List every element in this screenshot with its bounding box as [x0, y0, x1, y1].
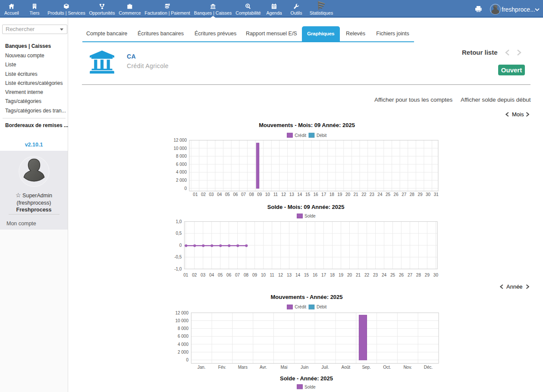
svg-text:-0,5: -0,5 [174, 255, 182, 259]
svg-text:18: 18 [330, 192, 335, 197]
svg-text:19: 19 [337, 192, 342, 197]
svg-text:17: 17 [321, 192, 326, 197]
svg-text:4 000: 4 000 [176, 170, 187, 174]
svg-text:2 000: 2 000 [178, 350, 188, 355]
svg-text:10: 10 [261, 273, 266, 277]
svg-text:02: 02 [192, 273, 197, 277]
svg-text:12: 12 [281, 192, 286, 197]
svg-text:Solde - Mois: 09 Année: 2025: Solde - Mois: 09 Année: 2025 [267, 204, 345, 210]
svg-text:27: 27 [402, 192, 407, 197]
svg-text:6 000: 6 000 [178, 334, 188, 339]
svg-text:15: 15 [304, 273, 309, 277]
svg-text:Oct.: Oct. [383, 365, 391, 370]
svg-text:11: 11 [273, 192, 278, 197]
svg-text:06: 06 [233, 192, 238, 197]
svg-text:04: 04 [209, 273, 214, 277]
svg-text:16: 16 [313, 273, 318, 277]
svg-text:8 000: 8 000 [178, 326, 188, 331]
svg-text:Solde: Solde [304, 385, 316, 389]
svg-text:Jan.: Jan. [198, 365, 206, 370]
svg-text:Crédit: Crédit [295, 305, 306, 309]
svg-text:08: 08 [249, 192, 254, 197]
svg-text:21: 21 [354, 192, 359, 197]
svg-text:17: 17 [321, 273, 326, 277]
svg-text:Solde: Solde [304, 214, 316, 218]
svg-text:10: 10 [265, 192, 270, 197]
svg-text:Avr.: Avr. [260, 365, 267, 370]
svg-text:18: 18 [330, 273, 335, 277]
svg-text:20: 20 [345, 192, 351, 197]
svg-text:2 000: 2 000 [176, 178, 187, 183]
svg-text:04: 04 [217, 192, 222, 197]
svg-text:12 000: 12 000 [175, 311, 188, 315]
svg-text:Nov.: Nov. [403, 365, 412, 370]
svg-text:03: 03 [209, 192, 214, 197]
svg-text:0,5: 0,5 [176, 231, 182, 236]
svg-text:13: 13 [287, 273, 292, 277]
svg-text:Juil.: Juil. [321, 365, 329, 370]
svg-text:Solde - Année: 2025: Solde - Année: 2025 [280, 375, 333, 382]
svg-text:Débit: Débit [317, 133, 327, 138]
svg-text:27: 27 [408, 273, 413, 277]
svg-text:21: 21 [356, 273, 361, 277]
svg-text:25: 25 [390, 273, 395, 277]
svg-text:25: 25 [386, 192, 391, 197]
svg-text:4 000: 4 000 [178, 342, 188, 347]
svg-text:13: 13 [289, 192, 295, 197]
svg-text:01: 01 [193, 192, 198, 197]
svg-text:0: 0 [184, 186, 187, 191]
svg-text:02: 02 [201, 192, 206, 197]
svg-text:10 000: 10 000 [175, 318, 188, 323]
svg-text:12: 12 [278, 273, 283, 277]
svg-text:07: 07 [235, 273, 240, 277]
svg-text:10 000: 10 000 [173, 146, 187, 151]
svg-text:Mai: Mai [280, 365, 287, 370]
svg-text:1,0: 1,0 [176, 219, 182, 224]
svg-text:23: 23 [370, 192, 375, 197]
svg-text:14: 14 [295, 273, 301, 277]
svg-text:29: 29 [417, 192, 423, 197]
svg-text:06: 06 [226, 273, 232, 277]
svg-text:08: 08 [244, 273, 249, 277]
svg-text:28: 28 [416, 273, 421, 277]
svg-text:05: 05 [218, 273, 223, 277]
svg-text:22: 22 [361, 192, 367, 197]
svg-text:24: 24 [377, 192, 383, 197]
svg-text:01: 01 [183, 273, 188, 277]
svg-text:05: 05 [225, 192, 230, 197]
svg-text:23: 23 [373, 273, 378, 277]
svg-text:30: 30 [433, 273, 439, 277]
svg-text:09: 09 [252, 273, 257, 277]
svg-text:Déc.: Déc. [424, 365, 433, 370]
svg-text:Mars: Mars [238, 365, 248, 370]
svg-text:Mouvements - Année: 2025: Mouvements - Année: 2025 [270, 294, 342, 300]
svg-text:07: 07 [241, 192, 246, 197]
svg-text:Débit: Débit [317, 305, 327, 309]
svg-text:16: 16 [313, 192, 318, 197]
svg-text:24: 24 [382, 273, 387, 277]
svg-text:6 000: 6 000 [176, 162, 187, 167]
svg-text:20: 20 [347, 273, 352, 277]
svg-text:31: 31 [434, 192, 439, 197]
svg-text:15: 15 [305, 192, 311, 197]
svg-text:Fév.: Fév. [218, 365, 226, 370]
svg-text:Juin: Juin [301, 365, 308, 370]
svg-text:Mouvements - Mois: 09 Année: 2: Mouvements - Mois: 09 Année: 2025 [259, 122, 355, 128]
svg-text:30: 30 [426, 192, 431, 197]
svg-text:11: 11 [270, 273, 274, 277]
svg-text:09: 09 [257, 192, 262, 197]
svg-text:Août: Août [342, 365, 351, 370]
svg-text:0: 0 [186, 358, 188, 362]
svg-text:12 000: 12 000 [173, 138, 187, 143]
svg-text:14: 14 [297, 192, 302, 197]
svg-text:03: 03 [201, 273, 206, 277]
svg-text:26: 26 [394, 192, 399, 197]
svg-text:28: 28 [410, 192, 415, 197]
svg-text:€: € [247, 4, 249, 7]
svg-text:22: 22 [364, 273, 370, 277]
svg-text:26: 26 [399, 273, 404, 277]
svg-text:0: 0 [179, 243, 182, 248]
svg-text:8 000: 8 000 [176, 154, 187, 159]
svg-text:Sep.: Sep. [362, 365, 371, 370]
svg-text:19: 19 [339, 273, 344, 277]
